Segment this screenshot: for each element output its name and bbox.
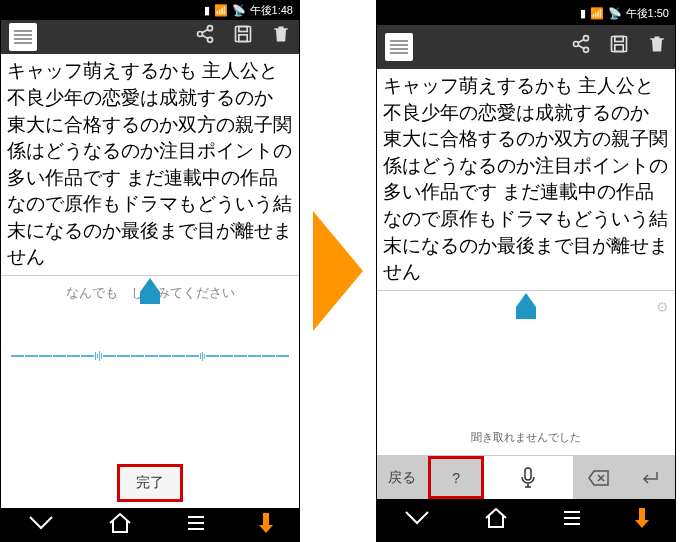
- svg-line-15: [578, 45, 584, 48]
- svg-rect-19: [525, 468, 531, 480]
- top-toolbar: [1, 20, 299, 55]
- kb-backspace-button[interactable]: [574, 456, 625, 499]
- battery-icon: ▮: [580, 7, 586, 20]
- svg-point-12: [574, 42, 579, 47]
- nav-bar: [377, 499, 675, 541]
- share-icon[interactable]: [571, 34, 591, 60]
- complete-button[interactable]: 完了: [117, 464, 183, 502]
- svg-rect-17: [615, 37, 623, 42]
- cursor-marker-icon: [514, 293, 538, 324]
- nav-menu-icon[interactable]: [186, 513, 206, 537]
- battery-icon: ▮: [204, 4, 210, 17]
- voice-prompt-text: なんでも してみてください: [1, 276, 299, 310]
- delete-icon[interactable]: [647, 34, 667, 60]
- svg-line-14: [578, 39, 584, 42]
- status-bar: ▮ 📶 📡 午後1:50: [377, 1, 675, 25]
- nav-down-icon[interactable]: [635, 508, 649, 532]
- delete-icon[interactable]: [271, 24, 291, 50]
- settings-icon[interactable]: ⚙: [656, 299, 669, 315]
- editor-text-area[interactable]: キャッフ萌えするかも 主人公と不良少年の恋愛は成就するのか 東大に合格するのか双…: [1, 54, 299, 276]
- voice-input-area: なんでも してみてください 完了: [1, 276, 299, 508]
- nav-home-icon[interactable]: [483, 507, 509, 533]
- voice-input-area: ⚙ 聞き取れませんでした 戻る ?: [377, 291, 675, 499]
- kb-mic-button[interactable]: [484, 456, 574, 499]
- nav-bar: [1, 508, 299, 541]
- nav-back-icon[interactable]: [28, 515, 54, 535]
- nav-menu-icon[interactable]: [562, 508, 582, 532]
- svg-line-4: [202, 35, 208, 38]
- svg-rect-6: [239, 27, 247, 32]
- document-icon[interactable]: [385, 33, 413, 61]
- svg-point-0: [208, 26, 213, 31]
- share-icon[interactable]: [195, 24, 215, 50]
- svg-point-11: [584, 36, 589, 41]
- editor-text-area[interactable]: キャッフ萌えするかも 主人公と不良少年の恋愛は成就するのか 東大に合格するのか双…: [377, 69, 675, 291]
- svg-point-2: [208, 37, 213, 42]
- transition-arrow-icon: [308, 206, 368, 336]
- svg-rect-18: [615, 45, 623, 52]
- voice-error-message: 聞き取れませんでした: [377, 420, 675, 455]
- status-bar: ▮ 📶 📡 午後1:48: [1, 1, 299, 20]
- wifi-icon: 📡: [608, 7, 622, 20]
- nav-back-icon[interactable]: [404, 510, 430, 530]
- signal-icon: 📶: [590, 7, 604, 20]
- keyboard-row: 戻る ?: [377, 455, 675, 499]
- voice-prompt-area: ⚙: [377, 291, 675, 307]
- waveform-display: [11, 350, 289, 362]
- save-icon[interactable]: [609, 34, 629, 60]
- svg-rect-7: [239, 35, 247, 42]
- svg-line-3: [202, 29, 208, 32]
- save-icon[interactable]: [233, 24, 253, 50]
- kb-enter-button[interactable]: [625, 456, 675, 499]
- status-time: 午後1:50: [626, 6, 669, 21]
- phone-screen-right: ▮ 📶 📡 午後1:50 キャッフ萌えするかも: [376, 0, 676, 542]
- cursor-marker-icon: [138, 278, 162, 309]
- top-toolbar: [377, 25, 675, 69]
- document-icon[interactable]: [9, 23, 37, 51]
- kb-question-button[interactable]: ?: [428, 456, 484, 499]
- wifi-icon: 📡: [232, 4, 246, 17]
- status-time: 午後1:48: [250, 3, 293, 18]
- kb-back-button[interactable]: 戻る: [377, 456, 428, 499]
- svg-point-13: [584, 47, 589, 52]
- svg-point-1: [198, 32, 203, 37]
- phone-screen-left: ▮ 📶 📡 午後1:48 キャッフ萌えするかも: [0, 0, 300, 542]
- signal-icon: 📶: [214, 4, 228, 17]
- nav-down-icon[interactable]: [259, 513, 273, 537]
- nav-home-icon[interactable]: [107, 512, 133, 538]
